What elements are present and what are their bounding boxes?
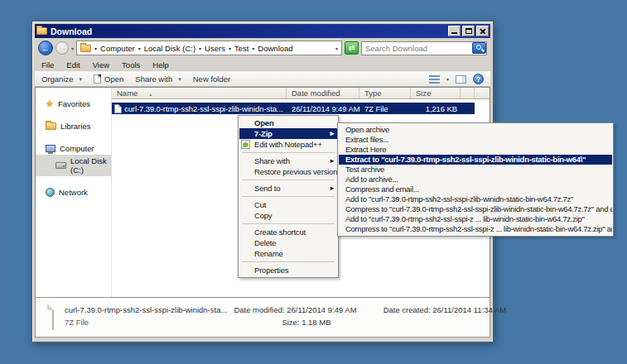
minimize-icon xyxy=(451,32,457,34)
favorites-star-icon: ★ xyxy=(46,100,54,108)
submenu-item-add-to-7z[interactable]: Add to "curl-7.39.0-rtmp-ssh2-ssl-sspi-z… xyxy=(339,194,612,204)
context-menu-item-cut[interactable]: Cut xyxy=(239,199,337,210)
menu-tools[interactable]: Tools xyxy=(122,60,140,69)
file-type: 7Z File xyxy=(359,104,411,113)
submenu-item-add-to-archive[interactable]: Add to archive... xyxy=(339,175,612,184)
open-button[interactable]: Open xyxy=(94,74,123,84)
column-headers: Name▴ Date modified Type Size xyxy=(112,88,490,99)
file-date-modified: 26/11/2014 9:49 AM xyxy=(287,104,359,113)
computer-icon xyxy=(46,145,55,152)
notepadpp-icon xyxy=(241,140,250,149)
column-header-type[interactable]: Type xyxy=(359,88,411,98)
breadcrumb-item-users[interactable]: Users xyxy=(205,44,225,53)
libraries-icon xyxy=(46,122,56,130)
context-menu-item-send-to[interactable]: Send to xyxy=(239,183,337,194)
menu-edit[interactable]: Edit xyxy=(66,60,80,69)
submenu-item-add-to-zip[interactable]: Add to "curl-7.39.0-rtmp-ssh2-ssl-sspi-z… xyxy=(339,214,612,224)
chevron-icon[interactable]: ▾ xyxy=(229,46,231,51)
submenu-item-compress-to-7z-and-email[interactable]: Compress to "curl-7.39.0-rtmp-ssh2-ssl-s… xyxy=(339,204,612,214)
menu-help[interactable]: Help xyxy=(152,60,169,69)
details-file-name: curl-7.39.0-rtmp-ssh2-ssl-sspi-zlib-wini… xyxy=(65,304,227,316)
chevron-icon[interactable]: ▾ xyxy=(138,46,141,51)
refresh-button[interactable]: ⇄ xyxy=(345,41,359,55)
search-icon xyxy=(476,45,481,50)
breadcrumb-item-test[interactable]: Test xyxy=(234,44,248,53)
menu-separator xyxy=(242,223,335,224)
chevron-icon[interactable]: ▾ xyxy=(252,46,254,51)
menu-separator xyxy=(242,196,335,197)
nav-history-chevron-icon[interactable]: ▾ xyxy=(71,46,74,51)
details-file-type: 7Z File xyxy=(65,316,227,328)
breadcrumb-item-computer[interactable]: Computer xyxy=(100,44,135,53)
column-header-stub xyxy=(461,88,475,98)
chevron-icon[interactable]: ▾ xyxy=(94,46,97,51)
column-header-name[interactable]: Name▴ xyxy=(112,88,287,98)
7zip-submenu: Open archive Extract files... Extract He… xyxy=(337,122,614,237)
toolbar-right-icons: ▾ ? xyxy=(429,74,484,84)
file-size: 1,216 KB xyxy=(411,104,461,113)
maximize-button[interactable] xyxy=(462,26,475,36)
sidebar-item-computer[interactable]: Computer xyxy=(36,142,111,155)
submenu-item-extract-to[interactable]: Extract to "curl-7.39.0-rtmp-ssh2-ssl-ss… xyxy=(339,155,612,165)
search-input[interactable] xyxy=(361,41,487,55)
command-toolbar: Organize Open Share with New folder ▾ ? xyxy=(35,71,490,87)
context-menu-item-7zip[interactable]: 7-Zip xyxy=(239,128,337,139)
context-menu-item-create-shortcut[interactable]: Create shortcut xyxy=(239,227,337,237)
submenu-item-extract-files[interactable]: Extract files... xyxy=(339,135,612,145)
details-pane: curl-7.39.0-rtmp-ssh2-ssl-sspi-zlib-wini… xyxy=(35,297,490,338)
address-dropdown-icon[interactable]: ▾ xyxy=(335,46,338,51)
breadcrumb-folder-icon xyxy=(80,45,91,52)
breadcrumb-item-download[interactable]: Download xyxy=(258,44,292,53)
context-menu-item-copy[interactable]: Copy xyxy=(239,210,337,221)
breadcrumb-item-local-disk[interactable]: Local Disk (C:) xyxy=(144,44,195,53)
details-file-icon xyxy=(52,304,54,330)
menu-bar: File Edit View Tools Help xyxy=(35,58,490,71)
open-file-icon xyxy=(94,74,101,84)
context-menu-item-share-with[interactable]: Share with xyxy=(239,156,337,166)
close-button[interactable] xyxy=(476,26,489,36)
titlebar[interactable]: Download xyxy=(35,24,490,38)
organize-button[interactable]: Organize xyxy=(41,74,82,84)
share-with-button[interactable]: Share with xyxy=(135,74,181,84)
views-dropdown-icon[interactable]: ▾ xyxy=(446,76,449,82)
search-box xyxy=(361,41,487,55)
sidebar-item-libraries[interactable]: Libraries xyxy=(36,120,111,132)
maximize-icon xyxy=(465,28,472,34)
context-menu-item-rename[interactable]: Rename xyxy=(239,248,337,259)
minimize-button[interactable] xyxy=(448,26,461,36)
menu-view[interactable]: View xyxy=(93,60,109,69)
change-view-icon[interactable] xyxy=(429,75,440,84)
breadcrumb[interactable]: ▾ Computer ▾ Local Disk (C:) ▾ Users ▾ T… xyxy=(76,41,342,55)
new-folder-button[interactable]: New folder xyxy=(193,74,230,84)
submenu-item-compress-to-zip-and-email[interactable]: Compress to "curl-7.39.0-rtmp-ssh2-ssl-s… xyxy=(339,224,612,234)
column-header-size[interactable]: Size xyxy=(411,88,461,98)
search-button[interactable] xyxy=(472,42,486,54)
sort-ascending-icon: ▴ xyxy=(149,92,152,97)
forward-button[interactable]: → xyxy=(55,41,69,55)
column-header-date-modified[interactable]: Date modified xyxy=(287,88,359,98)
menu-separator xyxy=(242,152,335,153)
window-title: Download xyxy=(51,26,92,36)
back-button[interactable]: ← xyxy=(38,41,53,55)
details-size: Size: 1.18 MB xyxy=(234,316,356,328)
preview-pane-icon[interactable] xyxy=(456,75,466,84)
sidebar-item-favorites[interactable]: ★ Favorites xyxy=(36,98,111,110)
chevron-icon[interactable]: ▾ xyxy=(199,46,201,51)
context-menu-item-properties[interactable]: Properties xyxy=(239,265,337,275)
address-bar: ← → ▾ ▾ Computer ▾ Local Disk (C:) ▾ Use… xyxy=(35,38,490,58)
file-row-selected[interactable]: curl-7.39.0-rtmp-ssh2-ssl-sspi-zlib-wini… xyxy=(112,103,475,114)
submenu-item-compress-and-email[interactable]: Compress and email... xyxy=(339,184,612,194)
sidebar-item-network[interactable]: Network xyxy=(36,186,111,199)
context-menu-item-open[interactable]: Open xyxy=(239,117,337,128)
network-globe-icon xyxy=(46,188,55,197)
context-menu-item-delete[interactable]: Delete xyxy=(239,237,337,248)
help-icon[interactable]: ? xyxy=(473,74,484,84)
context-menu-item-restore-previous-versions[interactable]: Restore previous versions xyxy=(239,166,337,177)
submenu-item-extract-here[interactable]: Extract Here xyxy=(339,145,612,155)
submenu-item-open-archive[interactable]: Open archive xyxy=(339,125,612,135)
sidebar-item-local-disk-c[interactable]: Local Disk (C:) xyxy=(36,155,111,176)
submenu-item-test-archive[interactable]: Test archive xyxy=(339,165,612,175)
context-menu-item-edit-with-notepadpp[interactable]: Edit with Notepad++ xyxy=(239,139,337,150)
menu-file[interactable]: File xyxy=(41,60,54,69)
details-date-created: Date created: 26/11/2014 11:34 AM xyxy=(383,304,507,316)
